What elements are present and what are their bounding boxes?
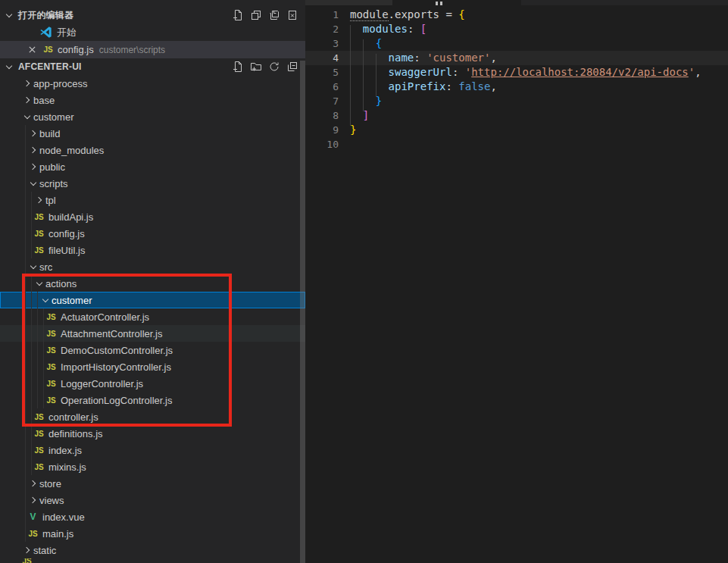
refresh-icon[interactable]: [268, 61, 280, 73]
sidebar-scrollbar[interactable]: [300, 61, 305, 563]
tree-item-controller-js[interactable]: JScontroller.js: [0, 408, 305, 425]
tree-item-index-js[interactable]: JSindex.js: [0, 442, 305, 458]
code-line-8: 8 ]: [305, 108, 728, 123]
tree-indent-guide: [25, 308, 26, 325]
open-editor-item-start[interactable]: 开始: [0, 23, 305, 41]
tree-item-actions[interactable]: actions: [0, 275, 305, 292]
tree-item-static[interactable]: static: [0, 542, 305, 558]
tree-item-importhistorycontroller-js[interactable]: JSImportHistoryController.js: [0, 358, 305, 375]
tab-start-partial[interactable]: [305, 0, 392, 5]
js-file-icon: JS: [33, 446, 45, 455]
chevron-right-icon: [21, 77, 33, 89]
js-file-icon: JS: [42, 45, 54, 54]
tree-indent-guide: [43, 375, 44, 392]
code-token: http://localhost:28084/v2/api-docs: [471, 66, 689, 78]
tree-indent-guide: [31, 358, 32, 375]
tree-item-operationlogcontroller-js[interactable]: JSOperationLogController.js: [0, 392, 305, 408]
line-number: 1: [305, 8, 339, 22]
tree-item-config-js[interactable]: JSconfig.js: [0, 225, 305, 242]
tab-config-js-partial[interactable]: [392, 0, 521, 5]
code-token: [350, 23, 363, 35]
tree-indent-guide: [31, 192, 32, 208]
tree-indent-guide: [25, 225, 26, 242]
tree-indent-guide: [25, 292, 26, 308]
tree-item-src[interactable]: src: [0, 258, 305, 275]
tree-item-attachmentcontroller-js[interactable]: JSAttachmentController.js: [0, 325, 305, 342]
collapse-folders-icon[interactable]: [286, 61, 298, 73]
tree-item-app-process[interactable]: app-process: [0, 75, 305, 92]
open-editor-item-config-js[interactable]: JS config.js customer\scripts: [0, 41, 305, 58]
tree-item-public[interactable]: public: [0, 158, 305, 175]
tree-item-definitions-js[interactable]: JSdefinitions.js: [0, 425, 305, 442]
tree-indent-guide: [25, 458, 26, 475]
tree-indent-guide: [43, 392, 44, 408]
tree-item-scripts[interactable]: scripts: [0, 175, 305, 192]
tree-indent-guide: [25, 208, 26, 225]
file-tree: app-processbasecustomerbuildnode_modules…: [0, 75, 305, 563]
tree-item-label: controller.js: [48, 411, 98, 423]
tree-item-customer[interactable]: customer: [0, 108, 305, 125]
code-token: module: [350, 8, 389, 21]
open-editors-header[interactable]: 打开的编辑器: [0, 7, 305, 23]
code-line-1: 1module.exports = {: [305, 8, 728, 22]
code-token: swaggerUrl: [389, 66, 452, 78]
js-file-icon: JS: [33, 463, 45, 471]
code-editor[interactable]: 1module.exports = {2 modules: [3 {4 name…: [305, 0, 728, 563]
tree-indent-guide: [37, 342, 38, 358]
open-editors-title: 打开的编辑器: [18, 9, 73, 22]
code-text: apiPrefix: false,: [350, 80, 497, 94]
indent-guide: [363, 39, 364, 111]
new-folder-icon[interactable]: [250, 61, 262, 73]
tree-item-label: build: [39, 128, 60, 139]
tree-item-main-js[interactable]: JSmain.js: [0, 525, 305, 542]
code-token: ': [689, 66, 695, 78]
tree-item-tpl[interactable]: tpl: [0, 192, 305, 208]
code-area[interactable]: 1module.exports = {2 modules: [3 {4 name…: [305, 5, 728, 152]
chevron-right-icon: [27, 144, 39, 156]
line-number: 7: [305, 94, 339, 108]
tree-item-store[interactable]: store: [0, 475, 305, 492]
editor-tab-strip: [305, 0, 728, 5]
new-file-icon[interactable]: [232, 61, 244, 73]
close-icon[interactable]: [26, 44, 38, 56]
tree-item-buildapi-js[interactable]: JSbuildApi.js: [0, 208, 305, 225]
code-text: module.exports = {: [350, 8, 465, 22]
tree-item-actuatorcontroller-js[interactable]: JSActuatorController.js: [0, 308, 305, 325]
tree-item-index-vue[interactable]: Vindex.vue: [0, 508, 305, 525]
code-line-7: 7 }: [305, 94, 728, 108]
js-file-icon: JS: [45, 396, 57, 405]
tree-indent-guide: [31, 425, 32, 442]
save-all-icon[interactable]: [268, 9, 280, 21]
tree-item-loggercontroller-js[interactable]: JSLoggerController.js: [0, 375, 305, 392]
editor-group-icon[interactable]: [250, 9, 262, 21]
tree-indent-guide: [31, 225, 32, 242]
tree-indent-guide: [31, 275, 32, 292]
tree-indent-guide: [25, 442, 26, 458]
tree-item-fileutil-js[interactable]: JSfileUtil.js: [0, 242, 305, 258]
code-token: modules: [363, 23, 408, 35]
line-number: 9: [305, 123, 339, 137]
tree-item-label: config.js: [48, 228, 85, 239]
tree-item-row[interactable]: JS: [0, 558, 305, 563]
indent-guide: [376, 54, 376, 97]
close-all-editors-icon[interactable]: [286, 9, 298, 21]
tree-indent-guide: [25, 508, 26, 525]
tree-item-build[interactable]: build: [0, 125, 305, 142]
tree-item-views[interactable]: views: [0, 492, 305, 508]
chevron-right-icon: [33, 194, 45, 206]
tree-item-democustomcontroller-js[interactable]: JSDemoCustomController.js: [0, 342, 305, 358]
tree-item-base[interactable]: base: [0, 92, 305, 108]
project-section-header[interactable]: AFCENTER-UI: [0, 58, 305, 75]
js-file-icon: JS: [21, 558, 33, 563]
tree-indent-guide: [31, 292, 32, 308]
tree-item-customer[interactable]: customer: [0, 292, 305, 308]
vue-file-icon: V: [27, 511, 39, 522]
indent-guide: [350, 25, 351, 126]
tree-item-mixins-js[interactable]: JSmixins.js: [0, 458, 305, 475]
sidebar-top-spacer: [0, 0, 305, 7]
explorer-sidebar: 打开的编辑器 开始 JS config.js customer\: [0, 0, 305, 563]
code-token: :: [452, 66, 465, 78]
tree-item-label: index.js: [48, 445, 82, 456]
new-untitled-file-icon[interactable]: [232, 9, 244, 21]
tree-item-node-modules[interactable]: node_modules: [0, 142, 305, 158]
